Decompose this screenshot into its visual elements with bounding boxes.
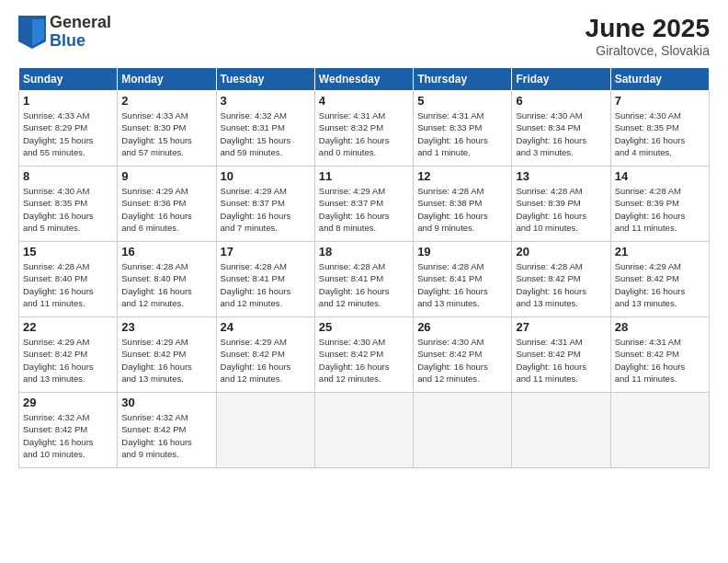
calendar-cell: 14Sunrise: 4:28 AM Sunset: 8:39 PM Dayli… [610,167,709,242]
day-number: 26 [417,320,507,334]
day-info: Sunrise: 4:29 AM Sunset: 8:37 PM Dayligh… [221,185,311,234]
day-info: Sunrise: 4:28 AM Sunset: 8:38 PM Dayligh… [417,185,507,234]
calendar-cell: 19Sunrise: 4:28 AM Sunset: 8:41 PM Dayli… [414,242,512,317]
day-number: 25 [319,320,409,334]
calendar-cell: 2Sunrise: 4:33 AM Sunset: 8:30 PM Daylig… [118,91,216,167]
day-number: 28 [615,320,705,334]
day-info: Sunrise: 4:28 AM Sunset: 8:41 PM Dayligh… [417,260,507,309]
day-info: Sunrise: 4:28 AM Sunset: 8:39 PM Dayligh… [516,185,606,234]
day-number: 14 [615,169,705,183]
day-info: Sunrise: 4:29 AM Sunset: 8:37 PM Dayligh… [319,185,409,234]
day-info: Sunrise: 4:32 AM Sunset: 8:31 PM Dayligh… [221,109,311,158]
day-number: 23 [121,320,211,334]
calendar-cell: 26Sunrise: 4:30 AM Sunset: 8:42 PM Dayli… [414,317,512,393]
calendar-cell: 3Sunrise: 4:32 AM Sunset: 8:31 PM Daylig… [216,91,314,167]
day-number: 19 [417,245,507,259]
day-number: 15 [23,245,113,259]
day-info: Sunrise: 4:33 AM Sunset: 8:29 PM Dayligh… [23,109,113,158]
day-number: 17 [221,245,311,259]
calendar-cell: 4Sunrise: 4:31 AM Sunset: 8:32 PM Daylig… [314,91,413,167]
calendar-cell: 21Sunrise: 4:29 AM Sunset: 8:42 PM Dayli… [610,242,709,317]
calendar-cell: 6Sunrise: 4:30 AM Sunset: 8:34 PM Daylig… [512,91,610,167]
day-number: 4 [319,94,409,108]
logo: General Blue [18,14,111,51]
header: General Blue June 2025 Giraltovce, Slova… [18,14,710,58]
day-info: Sunrise: 4:30 AM Sunset: 8:42 PM Dayligh… [319,336,409,385]
weekday-header-wednesday: Wednesday [314,68,413,91]
day-info: Sunrise: 4:31 AM Sunset: 8:32 PM Dayligh… [319,109,409,158]
calendar-cell: 12Sunrise: 4:28 AM Sunset: 8:38 PM Dayli… [414,167,512,242]
calendar-cell: 29Sunrise: 4:32 AM Sunset: 8:42 PM Dayli… [19,393,118,468]
calendar-cell [216,393,314,468]
day-info: Sunrise: 4:29 AM Sunset: 8:42 PM Dayligh… [23,336,113,385]
calendar-cell: 13Sunrise: 4:28 AM Sunset: 8:39 PM Dayli… [512,167,610,242]
calendar-cell: 8Sunrise: 4:30 AM Sunset: 8:35 PM Daylig… [19,167,118,242]
day-info: Sunrise: 4:31 AM Sunset: 8:42 PM Dayligh… [615,336,705,385]
day-info: Sunrise: 4:28 AM Sunset: 8:40 PM Dayligh… [23,260,113,309]
calendar-cell: 10Sunrise: 4:29 AM Sunset: 8:37 PM Dayli… [216,167,314,242]
day-number: 27 [516,320,606,334]
day-number: 22 [23,320,113,334]
calendar-cell: 5Sunrise: 4:31 AM Sunset: 8:33 PM Daylig… [414,91,512,167]
day-number: 9 [121,169,211,183]
day-info: Sunrise: 4:28 AM Sunset: 8:41 PM Dayligh… [221,260,311,309]
day-number: 7 [615,94,705,108]
day-info: Sunrise: 4:28 AM Sunset: 8:42 PM Dayligh… [516,260,606,309]
calendar-cell: 15Sunrise: 4:28 AM Sunset: 8:40 PM Dayli… [19,242,118,317]
calendar-cell [314,393,413,468]
week-row-1: 1Sunrise: 4:33 AM Sunset: 8:29 PM Daylig… [19,91,710,167]
day-info: Sunrise: 4:29 AM Sunset: 8:42 PM Dayligh… [121,336,211,385]
day-number: 8 [23,169,113,183]
day-number: 13 [516,169,606,183]
calendar-cell: 9Sunrise: 4:29 AM Sunset: 8:36 PM Daylig… [118,167,216,242]
day-info: Sunrise: 4:29 AM Sunset: 8:36 PM Dayligh… [121,185,211,234]
weekday-header-row: SundayMondayTuesdayWednesdayThursdayFrid… [19,68,710,91]
week-row-2: 8Sunrise: 4:30 AM Sunset: 8:35 PM Daylig… [19,167,710,242]
calendar-cell: 22Sunrise: 4:29 AM Sunset: 8:42 PM Dayli… [19,317,118,393]
day-number: 30 [121,396,211,409]
weekday-header-saturday: Saturday [610,68,709,91]
day-number: 5 [417,94,507,108]
location: Giraltovce, Slovakia [586,43,710,58]
weekday-header-tuesday: Tuesday [216,68,314,91]
day-info: Sunrise: 4:31 AM Sunset: 8:42 PM Dayligh… [516,336,606,385]
day-info: Sunrise: 4:30 AM Sunset: 8:35 PM Dayligh… [615,109,705,158]
calendar-cell: 28Sunrise: 4:31 AM Sunset: 8:42 PM Dayli… [610,317,709,393]
weekday-header-monday: Monday [118,68,216,91]
day-number: 6 [516,94,606,108]
day-number: 3 [221,94,311,108]
calendar-cell: 24Sunrise: 4:29 AM Sunset: 8:42 PM Dayli… [216,317,314,393]
calendar-cell: 20Sunrise: 4:28 AM Sunset: 8:42 PM Dayli… [512,242,610,317]
day-number: 11 [319,169,409,183]
calendar-cell: 7Sunrise: 4:30 AM Sunset: 8:35 PM Daylig… [610,91,709,167]
calendar-table: SundayMondayTuesdayWednesdayThursdayFrid… [18,67,710,468]
day-info: Sunrise: 4:33 AM Sunset: 8:30 PM Dayligh… [121,109,211,158]
day-number: 10 [221,169,311,183]
day-number: 2 [121,94,211,108]
day-number: 1 [23,94,113,108]
calendar-cell [414,393,512,468]
calendar-cell: 23Sunrise: 4:29 AM Sunset: 8:42 PM Dayli… [118,317,216,393]
day-info: Sunrise: 4:29 AM Sunset: 8:42 PM Dayligh… [221,336,311,385]
month-title: June 2025 [586,14,710,43]
day-info: Sunrise: 4:32 AM Sunset: 8:42 PM Dayligh… [121,411,211,460]
page: General Blue June 2025 Giraltovce, Slova… [0,0,728,563]
day-number: 12 [417,169,507,183]
calendar-cell: 18Sunrise: 4:28 AM Sunset: 8:41 PM Dayli… [314,242,413,317]
day-info: Sunrise: 4:28 AM Sunset: 8:41 PM Dayligh… [319,260,409,309]
calendar-cell [512,393,610,468]
weekday-header-sunday: Sunday [19,68,118,91]
logo-general-text: General [50,14,111,32]
week-row-5: 29Sunrise: 4:32 AM Sunset: 8:42 PM Dayli… [19,393,710,468]
day-info: Sunrise: 4:32 AM Sunset: 8:42 PM Dayligh… [23,411,113,460]
day-info: Sunrise: 4:30 AM Sunset: 8:35 PM Dayligh… [23,185,113,234]
calendar-cell: 25Sunrise: 4:30 AM Sunset: 8:42 PM Dayli… [314,317,413,393]
day-number: 16 [121,245,211,259]
logo-icon [18,16,46,49]
logo-blue-text: Blue [50,32,111,51]
day-info: Sunrise: 4:28 AM Sunset: 8:40 PM Dayligh… [121,260,211,309]
day-number: 21 [615,245,705,259]
day-info: Sunrise: 4:31 AM Sunset: 8:33 PM Dayligh… [417,109,507,158]
day-info: Sunrise: 4:28 AM Sunset: 8:39 PM Dayligh… [615,185,705,234]
day-number: 18 [319,245,409,259]
